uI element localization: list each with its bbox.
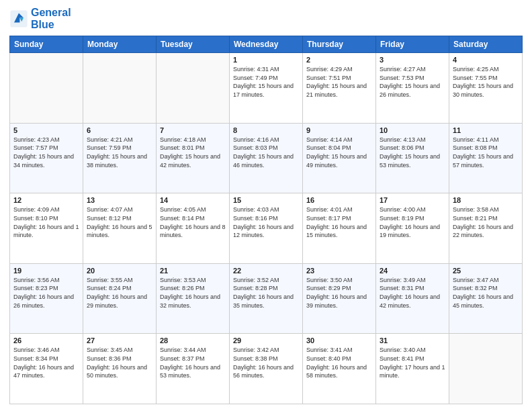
- day-info: Sunrise: 4:14 AM Sunset: 8:04 PM Dayligh…: [306, 136, 372, 169]
- day-info: Sunrise: 4:31 AM Sunset: 7:49 PM Dayligh…: [233, 65, 299, 99]
- day-cell-5: 5Sunrise: 4:23 AM Sunset: 7:57 PM Daylig…: [10, 123, 83, 193]
- day-cell-19: 19Sunrise: 3:56 AM Sunset: 8:23 PM Dayli…: [10, 263, 83, 334]
- day-info: Sunrise: 4:05 AM Sunset: 8:14 PM Dayligh…: [160, 205, 226, 239]
- day-number: 3: [380, 56, 445, 64]
- days-header-row: SundayMondayTuesdayWednesdayThursdayFrid…: [10, 36, 523, 53]
- day-header-wednesday: Wednesday: [230, 36, 303, 53]
- logo: General Blue: [9, 7, 71, 30]
- logo-icon: [9, 9, 28, 28]
- day-number: 10: [380, 126, 445, 134]
- week-row-2: 5Sunrise: 4:23 AM Sunset: 7:57 PM Daylig…: [10, 123, 523, 193]
- day-header-sunday: Sunday: [10, 36, 83, 53]
- day-info: Sunrise: 4:00 AM Sunset: 8:19 PM Dayligh…: [380, 205, 445, 239]
- day-cell-21: 21Sunrise: 3:53 AM Sunset: 8:26 PM Dayli…: [157, 263, 230, 334]
- day-cell-22: 22Sunrise: 3:52 AM Sunset: 8:28 PM Dayli…: [230, 263, 303, 334]
- day-number: 24: [380, 267, 445, 275]
- day-header-friday: Friday: [376, 36, 449, 53]
- day-info: Sunrise: 3:53 AM Sunset: 8:26 PM Dayligh…: [160, 276, 226, 310]
- day-number: 7: [160, 126, 226, 134]
- week-row-4: 19Sunrise: 3:56 AM Sunset: 8:23 PM Dayli…: [10, 263, 523, 334]
- logo-text: General Blue: [31, 7, 71, 30]
- day-header-tuesday: Tuesday: [157, 36, 230, 53]
- day-number: 30: [306, 336, 372, 345]
- day-header-saturday: Saturday: [449, 36, 523, 53]
- day-number: 4: [453, 56, 519, 64]
- day-number: 18: [453, 196, 519, 204]
- day-number: 6: [87, 126, 152, 134]
- day-cell-30: 30Sunrise: 3:41 AM Sunset: 8:40 PM Dayli…: [303, 334, 376, 404]
- week-row-5: 26Sunrise: 3:46 AM Sunset: 8:34 PM Dayli…: [10, 334, 523, 404]
- day-cell-25: 25Sunrise: 3:47 AM Sunset: 8:32 PM Dayli…: [449, 263, 523, 334]
- day-info: Sunrise: 4:21 AM Sunset: 7:59 PM Dayligh…: [87, 136, 152, 169]
- day-info: Sunrise: 4:25 AM Sunset: 7:55 PM Dayligh…: [453, 65, 519, 99]
- day-info: Sunrise: 4:09 AM Sunset: 8:10 PM Dayligh…: [13, 205, 79, 239]
- day-number: 21: [160, 267, 226, 275]
- week-row-3: 12Sunrise: 4:09 AM Sunset: 8:10 PM Dayli…: [10, 193, 523, 264]
- day-cell-26: 26Sunrise: 3:46 AM Sunset: 8:34 PM Dayli…: [10, 334, 83, 404]
- day-info: Sunrise: 3:49 AM Sunset: 8:31 PM Dayligh…: [380, 276, 445, 310]
- day-number: 11: [453, 126, 519, 134]
- day-cell-8: 8Sunrise: 4:16 AM Sunset: 8:03 PM Daylig…: [230, 123, 303, 193]
- day-number: 17: [380, 196, 445, 204]
- day-info: Sunrise: 3:42 AM Sunset: 8:38 PM Dayligh…: [233, 346, 299, 379]
- day-number: 2: [306, 56, 372, 64]
- empty-cell: [449, 334, 523, 404]
- empty-cell: [10, 53, 83, 124]
- day-number: 9: [306, 126, 372, 134]
- day-cell-24: 24Sunrise: 3:49 AM Sunset: 8:31 PM Dayli…: [376, 263, 449, 334]
- day-number: 1: [233, 56, 299, 64]
- day-info: Sunrise: 4:27 AM Sunset: 7:53 PM Dayligh…: [380, 65, 445, 99]
- day-number: 28: [160, 336, 226, 345]
- empty-cell: [83, 53, 157, 124]
- header: General Blue: [9, 7, 523, 30]
- day-cell-23: 23Sunrise: 3:50 AM Sunset: 8:29 PM Dayli…: [303, 263, 376, 334]
- day-number: 5: [13, 126, 79, 134]
- day-number: 22: [233, 267, 299, 275]
- day-cell-27: 27Sunrise: 3:45 AM Sunset: 8:36 PM Dayli…: [83, 334, 157, 404]
- day-number: 20: [87, 267, 152, 275]
- day-cell-2: 2Sunrise: 4:29 AM Sunset: 7:51 PM Daylig…: [303, 53, 376, 124]
- day-header-monday: Monday: [83, 36, 157, 53]
- day-cell-12: 12Sunrise: 4:09 AM Sunset: 8:10 PM Dayli…: [10, 193, 83, 264]
- day-cell-3: 3Sunrise: 4:27 AM Sunset: 7:53 PM Daylig…: [376, 53, 449, 124]
- day-info: Sunrise: 3:52 AM Sunset: 8:28 PM Dayligh…: [233, 276, 299, 310]
- day-header-thursday: Thursday: [303, 36, 376, 53]
- day-cell-29: 29Sunrise: 3:42 AM Sunset: 8:38 PM Dayli…: [230, 334, 303, 404]
- day-number: 31: [380, 336, 445, 345]
- day-cell-4: 4Sunrise: 4:25 AM Sunset: 7:55 PM Daylig…: [449, 53, 523, 124]
- day-info: Sunrise: 3:58 AM Sunset: 8:21 PM Dayligh…: [453, 205, 519, 239]
- day-info: Sunrise: 3:46 AM Sunset: 8:34 PM Dayligh…: [13, 346, 79, 379]
- day-info: Sunrise: 4:18 AM Sunset: 8:01 PM Dayligh…: [160, 136, 226, 169]
- day-cell-28: 28Sunrise: 3:44 AM Sunset: 8:37 PM Dayli…: [157, 334, 230, 404]
- day-cell-11: 11Sunrise: 4:11 AM Sunset: 8:08 PM Dayli…: [449, 123, 523, 193]
- day-info: Sunrise: 3:41 AM Sunset: 8:40 PM Dayligh…: [306, 346, 372, 379]
- day-info: Sunrise: 4:07 AM Sunset: 8:12 PM Dayligh…: [87, 205, 152, 239]
- day-cell-16: 16Sunrise: 4:01 AM Sunset: 8:17 PM Dayli…: [303, 193, 376, 264]
- day-info: Sunrise: 3:44 AM Sunset: 8:37 PM Dayligh…: [160, 346, 226, 379]
- empty-cell: [157, 53, 230, 124]
- day-info: Sunrise: 3:40 AM Sunset: 8:41 PM Dayligh…: [380, 346, 445, 379]
- day-cell-6: 6Sunrise: 4:21 AM Sunset: 7:59 PM Daylig…: [83, 123, 157, 193]
- day-cell-1: 1Sunrise: 4:31 AM Sunset: 7:49 PM Daylig…: [230, 53, 303, 124]
- day-cell-15: 15Sunrise: 4:03 AM Sunset: 8:16 PM Dayli…: [230, 193, 303, 264]
- day-cell-9: 9Sunrise: 4:14 AM Sunset: 8:04 PM Daylig…: [303, 123, 376, 193]
- day-number: 15: [233, 196, 299, 204]
- day-cell-13: 13Sunrise: 4:07 AM Sunset: 8:12 PM Dayli…: [83, 193, 157, 264]
- day-cell-10: 10Sunrise: 4:13 AM Sunset: 8:06 PM Dayli…: [376, 123, 449, 193]
- day-info: Sunrise: 3:55 AM Sunset: 8:24 PM Dayligh…: [87, 276, 152, 310]
- calendar-container: General Blue SundayMondayTuesdayWednesda…: [0, 0, 532, 411]
- day-info: Sunrise: 4:11 AM Sunset: 8:08 PM Dayligh…: [453, 136, 519, 169]
- day-info: Sunrise: 4:29 AM Sunset: 7:51 PM Dayligh…: [306, 65, 372, 99]
- day-cell-18: 18Sunrise: 3:58 AM Sunset: 8:21 PM Dayli…: [449, 193, 523, 264]
- day-number: 25: [453, 267, 519, 275]
- day-info: Sunrise: 3:56 AM Sunset: 8:23 PM Dayligh…: [13, 276, 79, 310]
- calendar-table: SundayMondayTuesdayWednesdayThursdayFrid…: [9, 36, 523, 404]
- day-number: 13: [87, 196, 152, 204]
- day-number: 26: [13, 336, 79, 345]
- day-info: Sunrise: 4:03 AM Sunset: 8:16 PM Dayligh…: [233, 205, 299, 239]
- day-cell-14: 14Sunrise: 4:05 AM Sunset: 8:14 PM Dayli…: [157, 193, 230, 264]
- day-number: 27: [87, 336, 152, 345]
- day-number: 12: [13, 196, 79, 204]
- day-info: Sunrise: 3:47 AM Sunset: 8:32 PM Dayligh…: [453, 276, 519, 310]
- day-info: Sunrise: 4:01 AM Sunset: 8:17 PM Dayligh…: [306, 205, 372, 239]
